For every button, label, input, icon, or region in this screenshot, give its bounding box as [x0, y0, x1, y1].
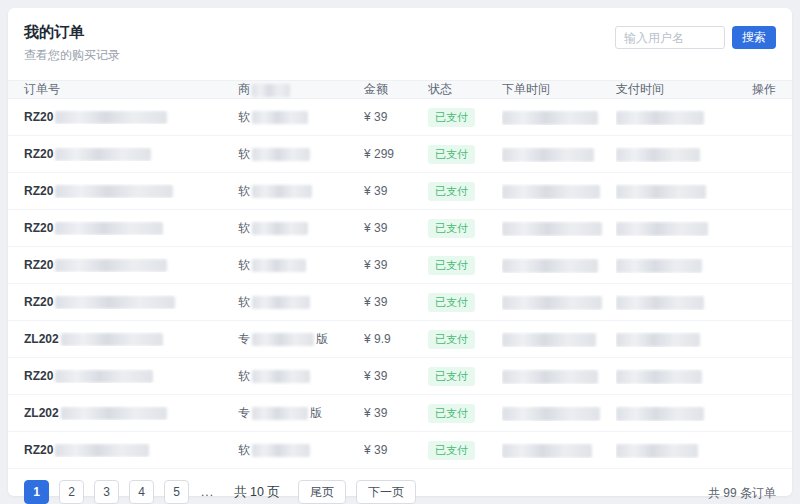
product-prefix: 专 [238, 406, 250, 420]
page-button-4[interactable]: 4 [129, 480, 154, 504]
status-badge: 已支付 [428, 256, 475, 275]
product-cell: 软 [238, 220, 364, 237]
status-badge: 已支付 [428, 293, 475, 312]
product-prefix: 软 [238, 147, 250, 161]
redacted-order-time [502, 148, 594, 162]
status-cell: 已支付 [428, 145, 502, 164]
order-id-prefix: RZ20 [24, 443, 53, 457]
status-cell: 已支付 [428, 108, 502, 127]
redacted-product-name [252, 333, 314, 346]
page-button-1[interactable]: 1 [24, 480, 49, 504]
product-suffix: 版 [316, 332, 328, 346]
header-cell: 状态 [428, 81, 502, 98]
redacted-product-name [252, 259, 306, 272]
redacted-product-name [252, 185, 312, 198]
product-suffix: 版 [310, 406, 322, 420]
redacted-order-id [55, 259, 167, 272]
table-row: RZ20软¥ 39已支付 [8, 432, 792, 469]
header-cell: 商 [238, 81, 364, 98]
order-time-cell [502, 258, 616, 273]
header-cell-label: 下单时间 [502, 82, 550, 96]
amount-cell: ¥ 39 [364, 221, 428, 235]
amount-cell: ¥ 39 [364, 110, 428, 124]
orders-topbar: 我的订单 查看您的购买记录 搜索 [8, 8, 792, 72]
table-header-row: 订单号商金额状态下单时间支付时间操作 [8, 80, 792, 99]
order-id-prefix: RZ20 [24, 258, 53, 272]
redacted-order-id [55, 111, 167, 124]
header-cell: 支付时间 [616, 81, 738, 98]
username-search-input[interactable] [615, 26, 725, 49]
status-badge: 已支付 [428, 108, 475, 127]
amount-cell: ¥ 39 [364, 369, 428, 383]
table-row: ZL202专版¥ 39已支付 [8, 395, 792, 432]
product-prefix: 软 [238, 443, 250, 457]
payment-time-cell [616, 147, 738, 162]
redacted-order-time [502, 222, 602, 236]
redacted-product-name [252, 148, 310, 161]
redacted-order-time [502, 296, 602, 310]
order-id-cell: ZL202 [24, 332, 238, 346]
page-button-5[interactable]: 5 [164, 480, 189, 504]
payment-time-cell [616, 406, 738, 421]
status-cell: 已支付 [428, 219, 502, 238]
redacted-order-id [55, 185, 173, 198]
status-cell: 已支付 [428, 182, 502, 201]
redacted-order-id [55, 370, 153, 383]
pagination-ellipsis: ... [201, 485, 214, 499]
payment-time-cell [616, 184, 738, 199]
order-id-cell: RZ20 [24, 295, 238, 309]
redacted-order-id [55, 148, 151, 161]
total-orders-label: 共 99 条订单 [708, 485, 776, 502]
order-id-cell: RZ20 [24, 147, 238, 161]
product-cell: 软 [238, 257, 364, 274]
page-title: 我的订单 [24, 22, 120, 42]
page-button-3[interactable]: 3 [94, 480, 119, 504]
product-cell: 软 [238, 442, 364, 459]
status-badge: 已支付 [428, 219, 475, 238]
redacted-payment-time [616, 444, 698, 458]
payment-time-cell [616, 295, 738, 310]
redacted-payment-time [616, 111, 704, 125]
redacted-order-id [55, 296, 175, 309]
product-cell: 软 [238, 109, 364, 126]
header-cell-label: 商 [238, 82, 250, 96]
status-cell: 已支付 [428, 367, 502, 386]
redacted-order-id [61, 333, 163, 346]
redacted-order-id [55, 222, 163, 235]
product-prefix: 软 [238, 369, 250, 383]
amount-cell: ¥ 39 [364, 295, 428, 309]
next-page-button[interactable]: 下一页 [356, 480, 416, 504]
redacted-order-time [502, 370, 598, 384]
product-cell: 软 [238, 146, 364, 163]
header-cell: 操作 [738, 81, 776, 98]
order-time-cell [502, 184, 616, 199]
redacted-order-time [502, 111, 598, 125]
page-button-2[interactable]: 2 [59, 480, 84, 504]
redacted-payment-time [616, 185, 706, 199]
redacted-order-time [502, 333, 596, 347]
product-prefix: 软 [238, 295, 250, 309]
order-id-prefix: RZ20 [24, 221, 53, 235]
header-cell: 金额 [364, 81, 428, 98]
table-row: RZ20软¥ 39已支付 [8, 173, 792, 210]
product-prefix: 专 [238, 332, 250, 346]
page-buttons: 12345 [24, 480, 189, 504]
order-time-cell [502, 110, 616, 125]
redacted-order-time [502, 259, 598, 273]
redacted-product-name [252, 407, 308, 420]
payment-time-cell [616, 369, 738, 384]
status-cell: 已支付 [428, 293, 502, 312]
table-row: RZ20软¥ 39已支付 [8, 247, 792, 284]
redacted-product-name [252, 444, 310, 457]
last-page-button[interactable]: 尾页 [298, 480, 346, 504]
product-prefix: 软 [238, 221, 250, 235]
search-button[interactable]: 搜索 [732, 26, 776, 49]
redacted-order-time [502, 407, 600, 421]
product-cell: 专版 [238, 405, 364, 422]
product-prefix: 软 [238, 110, 250, 124]
product-cell: 专版 [238, 331, 364, 348]
order-time-cell [502, 443, 616, 458]
redacted-payment-time [616, 370, 702, 384]
status-badge: 已支付 [428, 330, 475, 349]
order-id-cell: RZ20 [24, 110, 238, 124]
